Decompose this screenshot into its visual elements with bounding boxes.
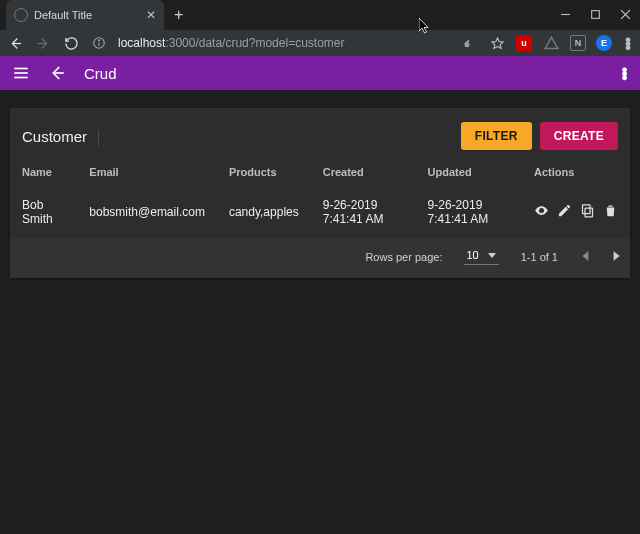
browser-tab[interactable]: Default Title ✕ [6, 0, 164, 30]
content-area: Customer FILTER CREATE Name Email Produc… [0, 90, 640, 534]
browser-titlebar: Default Title ✕ + [0, 0, 640, 30]
col-email[interactable]: Email [77, 158, 217, 186]
site-info-icon[interactable] [90, 36, 108, 50]
app-menu-button[interactable]: ●●● [621, 67, 628, 79]
prev-page-button[interactable] [580, 248, 592, 266]
url-path: :3000/data/crud?model=customer [165, 36, 344, 50]
browser-menu-button[interactable]: ●●● [622, 37, 634, 49]
data-table: Name Email Products Created Updated Acti… [10, 158, 630, 238]
cell-updated: 9-26-2019 7:41:41 AM [416, 186, 522, 238]
rows-per-page-select[interactable]: 10 [464, 249, 498, 265]
svg-point-8 [99, 40, 100, 41]
card-title: Customer [22, 128, 87, 145]
cell-name: Bob Smith [10, 186, 77, 238]
cell-actions [522, 186, 630, 238]
col-created[interactable]: Created [311, 158, 416, 186]
delete-icon[interactable] [603, 203, 618, 221]
table-footer: Rows per page: 10 1-1 of 1 [10, 238, 630, 278]
extension-n-icon[interactable]: N [570, 35, 586, 51]
table-header-row: Name Email Products Created Updated Acti… [10, 158, 630, 186]
window-close-button[interactable] [610, 0, 640, 28]
ublock-icon[interactable]: u [516, 35, 532, 51]
col-products[interactable]: Products [217, 158, 311, 186]
globe-icon [14, 8, 28, 22]
cell-email: bobsmith@email.com [77, 186, 217, 238]
svg-rect-1 [591, 10, 599, 18]
cell-created: 9-26-2019 7:41:41 AM [311, 186, 416, 238]
create-button[interactable]: CREATE [540, 122, 618, 150]
profile-avatar[interactable]: E [596, 35, 612, 51]
app-bar: Crud ●●● [0, 56, 640, 90]
next-page-button[interactable] [610, 248, 622, 266]
card-header: Customer FILTER CREATE [10, 108, 630, 158]
svg-marker-11 [491, 37, 502, 48]
tab-close-icon[interactable]: ✕ [146, 8, 156, 22]
filter-button[interactable]: FILTER [461, 122, 532, 150]
extension-icon[interactable] [542, 36, 560, 51]
cell-products: candy,apples [217, 186, 311, 238]
svg-marker-12 [545, 37, 558, 48]
col-name[interactable]: Name [10, 158, 77, 186]
star-icon[interactable] [488, 36, 506, 51]
back-button[interactable] [6, 36, 24, 51]
tab-title: Default Title [34, 9, 140, 21]
svg-rect-19 [583, 205, 591, 214]
address-bar: localhost:3000/data/crud?model=customer … [0, 30, 640, 56]
svg-point-17 [540, 209, 543, 212]
pagination-range: 1-1 of 1 [521, 251, 558, 263]
col-updated[interactable]: Updated [416, 158, 522, 186]
edit-icon[interactable] [557, 203, 572, 221]
page-title: Crud [84, 65, 117, 82]
svg-marker-20 [488, 253, 496, 258]
rows-per-page-label: Rows per page: [365, 251, 442, 263]
table-row[interactable]: Bob Smith bobsmith@email.com candy,apple… [10, 186, 630, 238]
forward-button[interactable] [34, 36, 52, 51]
chevron-down-icon [487, 250, 497, 260]
maximize-button[interactable] [580, 0, 610, 28]
col-actions: Actions [522, 158, 630, 186]
url-field[interactable]: localhost:3000/data/crud?model=customer [118, 36, 450, 50]
svg-marker-21 [582, 251, 588, 261]
rows-per-page-value: 10 [466, 249, 478, 261]
minimize-button[interactable] [550, 0, 580, 28]
reload-button[interactable] [62, 36, 80, 51]
view-icon[interactable] [534, 203, 549, 221]
extension-icons: u N E ●●● [460, 35, 634, 51]
back-icon[interactable] [48, 64, 66, 82]
svg-rect-18 [585, 208, 593, 217]
hamburger-icon[interactable] [12, 64, 30, 82]
key-icon[interactable] [460, 36, 478, 51]
new-tab-button[interactable]: + [164, 0, 193, 30]
svg-marker-22 [614, 251, 620, 261]
url-host: localhost [118, 36, 165, 50]
table-card: Customer FILTER CREATE Name Email Produc… [10, 108, 630, 278]
window-controls [550, 0, 640, 28]
copy-icon[interactable] [580, 203, 595, 221]
